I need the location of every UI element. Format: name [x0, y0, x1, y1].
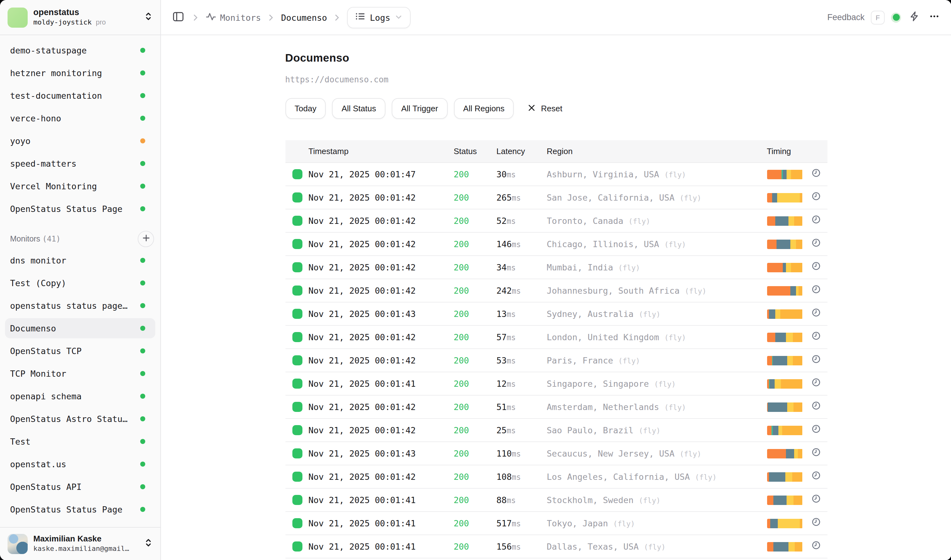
timing-bar[interactable] — [767, 472, 803, 482]
logs-view-selector[interactable]: Logs — [347, 6, 410, 28]
region-name: Paris, France — [547, 355, 619, 365]
sidebar-item-monitor[interactable]: Documenso — [5, 318, 155, 338]
col-timing[interactable]: Timing — [767, 146, 803, 156]
table-row[interactable]: Nov 21, 2025 00:01:4720030msAshburn, Vir… — [285, 163, 827, 186]
sidebar-item-monitor[interactable]: openapi schema — [5, 386, 155, 406]
reset-filters-button[interactable]: Reset — [524, 103, 566, 114]
sidebar-item-monitor[interactable]: Test (Copy) — [5, 273, 155, 293]
table-row[interactable]: Nov 21, 2025 00:01:42200265msSan Jose, C… — [285, 186, 827, 209]
timing-bar[interactable] — [767, 542, 803, 551]
sidebar-item-monitor[interactable]: openstat.us — [5, 454, 155, 474]
sidebar-item-monitor[interactable]: dns monitor — [5, 250, 155, 271]
table-row[interactable]: Nov 21, 2025 00:01:41200156msDallas, Tex… — [285, 535, 827, 558]
clock-icon[interactable] — [811, 238, 820, 250]
clock-icon[interactable] — [811, 215, 820, 226]
sidebar-item-statuspage[interactable]: test-documentation — [5, 86, 155, 106]
timing-bar[interactable] — [767, 355, 803, 365]
timing-bar[interactable] — [767, 495, 803, 505]
sidebar-item-monitor[interactable]: openstatus status page… — [5, 295, 155, 316]
col-latency[interactable]: Latency — [496, 146, 547, 156]
add-monitor-button[interactable] — [138, 231, 154, 247]
breadcrumb-documenso[interactable]: Documenso — [281, 12, 327, 22]
table-row[interactable]: Nov 21, 2025 00:01:41200517msTokyo, Japa… — [285, 512, 827, 535]
timing-bar[interactable] — [767, 402, 803, 412]
timing-bar[interactable] — [767, 239, 803, 249]
clock-icon[interactable] — [811, 378, 820, 389]
clock-icon[interactable] — [811, 401, 820, 412]
timing-bar[interactable] — [767, 286, 803, 295]
table-row[interactable]: Nov 21, 2025 00:01:4220052msToronto, Can… — [285, 209, 827, 233]
timing-bar[interactable] — [767, 309, 803, 318]
sidebar-item-monitor[interactable]: OpenStatus API — [5, 477, 155, 497]
breadcrumb-monitors[interactable]: Monitors — [206, 11, 261, 23]
sidebar-item-monitor[interactable]: Test — [5, 431, 155, 452]
table-row[interactable]: Nov 21, 2025 00:01:4220025msSao Paulo, B… — [285, 419, 827, 442]
timing-bar[interactable] — [767, 425, 803, 435]
clock-icon[interactable] — [811, 262, 820, 273]
sidebar-toggle-button[interactable] — [171, 9, 186, 25]
feedback-button[interactable]: Feedback — [827, 12, 865, 22]
clock-icon[interactable] — [811, 355, 820, 366]
table-row[interactable]: Nov 21, 2025 00:01:4220034msMumbai, Indi… — [285, 256, 827, 279]
filter-button-today[interactable]: Today — [285, 98, 326, 119]
content-scroll-area[interactable]: Documenso https://documenso.com TodayAll… — [161, 35, 951, 560]
timing-bar[interactable] — [767, 332, 803, 342]
table-row[interactable]: Nov 21, 2025 00:01:4120088msStockholm, S… — [285, 489, 827, 512]
status-dot — [140, 93, 145, 98]
user-menu[interactable]: Maximilian Kaske kaske.maximilian@gmail… — [0, 527, 160, 560]
filter-button-all-regions[interactable]: All Regions — [454, 98, 514, 119]
timing-detail-cell — [811, 285, 820, 296]
sidebar-item-statuspage[interactable]: yoyo — [5, 131, 155, 151]
clock-icon[interactable] — [811, 448, 820, 459]
col-region[interactable]: Region — [547, 146, 767, 156]
sidebar-item-statuspage[interactable]: OpenStatus Status Page — [5, 199, 155, 219]
table-row[interactable]: Nov 21, 2025 00:01:4220051msAmsterdam, N… — [285, 395, 827, 419]
sidebar-item-statuspage[interactable]: hetzner monitoring — [5, 63, 155, 83]
sidebar-item-monitor[interactable]: OpenStatus Astro Statu… — [5, 409, 155, 429]
table-row[interactable]: Nov 21, 2025 00:01:42200242msJohannesbur… — [285, 279, 827, 303]
clock-icon[interactable] — [811, 192, 820, 203]
sidebar-item-label: demo-statuspage — [10, 45, 135, 55]
sidebar-item-monitor[interactable]: TCP Monitor — [5, 363, 155, 384]
table-row[interactable]: Nov 21, 2025 00:01:4120012msSingapore, S… — [285, 372, 827, 395]
sidebar-item-statuspage[interactable]: speed-matters — [5, 154, 155, 174]
filter-button-all-status[interactable]: All Status — [332, 98, 385, 119]
success-indicator-square — [292, 378, 302, 389]
filter-button-all-trigger[interactable]: All Trigger — [392, 98, 447, 119]
clock-icon[interactable] — [811, 169, 820, 180]
sidebar-item-statuspage[interactable]: demo-statuspage — [5, 40, 155, 60]
clock-icon[interactable] — [811, 308, 820, 320]
timing-bar[interactable] — [767, 169, 803, 179]
table-row[interactable]: Nov 21, 2025 00:01:42200146msChicago, Il… — [285, 233, 827, 256]
command-menu-button[interactable] — [907, 9, 921, 25]
workspace-switcher[interactable]: openstatus moldy-joystick pro — [0, 0, 160, 35]
clock-icon[interactable] — [811, 331, 820, 343]
timing-bar[interactable] — [767, 449, 803, 458]
more-options-button[interactable] — [928, 9, 941, 25]
clock-icon[interactable] — [811, 518, 820, 529]
table-row[interactable]: Nov 21, 2025 00:01:4220053msParis, Franc… — [285, 349, 827, 372]
clock-icon[interactable] — [811, 471, 820, 482]
col-timestamp[interactable]: Timestamp — [308, 146, 454, 156]
table-row[interactable]: Nov 21, 2025 00:01:42200108msLos Angeles… — [285, 465, 827, 489]
timing-bar[interactable] — [767, 193, 803, 202]
status-dot — [140, 462, 145, 467]
timing-bar[interactable] — [767, 379, 803, 388]
table-row[interactable]: Nov 21, 2025 00:01:43200110msSecaucus, N… — [285, 442, 827, 465]
clock-icon[interactable] — [811, 494, 820, 506]
clock-icon[interactable] — [811, 285, 820, 296]
clock-icon[interactable] — [811, 541, 820, 552]
sidebar-item-statuspage[interactable]: verce-hono — [5, 108, 155, 128]
table-row[interactable]: Nov 21, 2025 00:01:4320013msSydney, Aust… — [285, 303, 827, 326]
clock-icon[interactable] — [811, 425, 820, 436]
latency-cell: 108ms — [496, 472, 547, 482]
timing-bar[interactable] — [767, 518, 803, 528]
table-row[interactable]: Nov 21, 2025 00:01:4220057msLondon, Unit… — [285, 326, 827, 349]
timing-bar[interactable] — [767, 216, 803, 225]
col-status[interactable]: Status — [454, 146, 496, 156]
sidebar-item-monitor[interactable]: OpenStatus Status Page — [5, 499, 155, 520]
system-status-indicator[interactable] — [891, 12, 901, 22]
sidebar-item-statuspage[interactable]: Vercel Monitoring — [5, 176, 155, 196]
sidebar-item-monitor[interactable]: OpenStatus TCP — [5, 341, 155, 361]
timing-bar[interactable] — [767, 263, 803, 272]
